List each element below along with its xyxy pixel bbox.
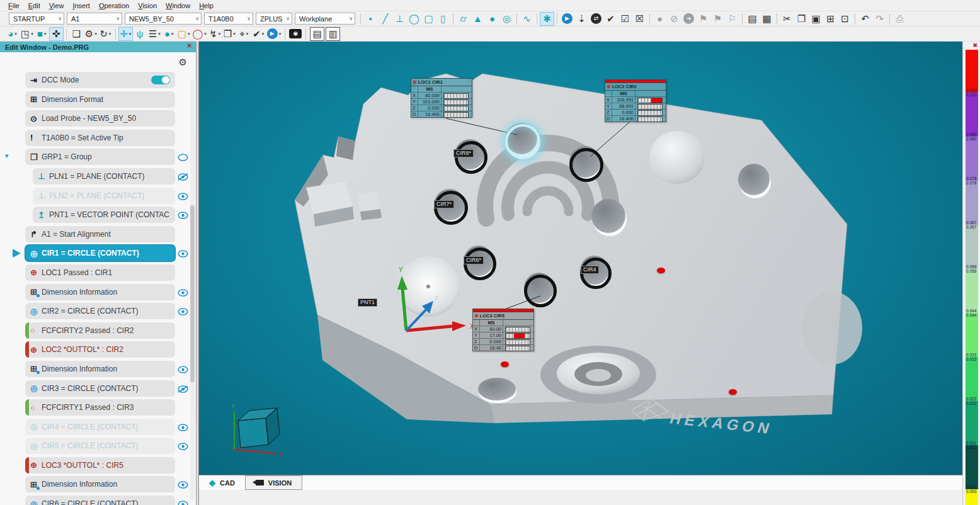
tree-item-pill[interactable]: ⊥PLN1 = PLANE (CONTACT) <box>33 168 175 184</box>
visibility-toggle[interactable] <box>178 153 189 161</box>
probe-file-select[interactable]: NEW5_BY_50∨ <box>125 13 202 25</box>
orientation-cube[interactable]: Y X <box>231 403 282 458</box>
dimension-label-loc3[interactable]: ⊕LOC3 CIR5MSX80.00Y17.00Z0.000D16.40 <box>472 309 534 351</box>
tree-item-set-active-tip[interactable]: !T1A0B0 = Set Active Tip <box>0 130 196 146</box>
tree-item-loc2[interactable]: ⊕LOC2 *OUTTOL* : CIR2 <box>0 341 196 358</box>
workplane-mode-select[interactable]: Workplane∨ <box>295 13 355 25</box>
cone-feature-icon[interactable]: ▲ <box>470 12 485 26</box>
sphere-feature[interactable] <box>649 131 705 184</box>
color-scale-close-button[interactable]: ✖ <box>972 42 977 48</box>
dcc-toggle[interactable] <box>151 76 170 84</box>
copy-icon[interactable]: ❐ <box>794 12 809 26</box>
tree-item-pnt1[interactable]: ↥PNT1 = VECTOR POINT (CONTAC <box>0 207 196 223</box>
tree-item-pill[interactable]: ◎CIR6 = CIRCLE (CONTACT) <box>25 496 175 505</box>
tree-item-pill[interactable]: ○FCFCIRTY2 Passed : CIR2 <box>25 322 175 339</box>
rotate-view-icon[interactable]: ↻▾ <box>98 27 113 41</box>
pattern-paste-icon[interactable]: ⊞ <box>823 12 838 26</box>
tree-item-dcc-mode[interactable]: ⇥DCC Mode <box>0 72 196 88</box>
edit-window-titlebar[interactable]: Edit Window - Demo.PRG ✕ <box>0 42 196 52</box>
report-form-icon[interactable]: ▤ <box>310 27 324 41</box>
tree-item-cir4[interactable]: ◎CIR4 = CIRCLE (CONTACT) <box>0 419 196 435</box>
feature-tag-cir8[interactable]: CIR8* <box>453 149 474 157</box>
round-slot-feature-icon[interactable]: ▢ <box>421 12 436 26</box>
sphere-feature-icon[interactable]: ● <box>485 12 499 26</box>
tree-item-pill[interactable]: ⇥DCC Mode <box>25 72 175 88</box>
continue-execution-icon[interactable]: ➜ <box>681 12 696 26</box>
redo-icon[interactable]: ↷ <box>872 12 887 26</box>
tree-item-dim-info-2[interactable]: ⊞Dimension Information <box>0 361 196 377</box>
tree-item-cir2[interactable]: ◎CIR2 = CIRCLE (CONTACT) <box>0 303 196 319</box>
feature-marker-cir2[interactable] <box>569 148 603 182</box>
wireframe-view-icon[interactable]: ◳▾ <box>20 27 35 41</box>
visibility-toggle[interactable] <box>178 192 189 200</box>
tree-item-pill[interactable]: ◎CIR1 = CIRCLE (CONTACT) <box>25 245 175 261</box>
point-feature-icon[interactable]: • <box>363 12 378 26</box>
chevron-down-icon[interactable]: ▾ <box>14 31 17 37</box>
mirror-copy-icon[interactable]: ❐▾ <box>222 27 237 41</box>
visibility-toggle[interactable] <box>178 500 189 505</box>
chevron-down-icon[interactable]: ▾ <box>233 31 236 37</box>
target-points-icon[interactable]: ⌖▾ <box>237 27 251 41</box>
cut-icon[interactable]: ✂ <box>780 12 794 26</box>
menu-item-window[interactable]: Window <box>161 2 195 9</box>
tree-item-dim-info-3[interactable]: ⊞Dimension Information <box>0 476 196 492</box>
tree-item-pill[interactable]: ○FCFCIRTY1 Passed : CIR3 <box>25 399 175 416</box>
bookmark-icon[interactable]: ⚑ <box>696 12 710 26</box>
tree-item-pill[interactable]: ◎CIR2 = CIRCLE (CONTACT) <box>25 303 175 319</box>
menu-item-help[interactable]: Help <box>195 2 218 9</box>
menu-item-edit[interactable]: Edit <box>24 2 45 9</box>
verify-program-icon[interactable]: ☑ <box>618 12 632 26</box>
tree-item-a1[interactable]: ↱A1 = Start Alignment <box>0 226 196 242</box>
mark-done-icon[interactable]: ✔ <box>603 12 618 26</box>
gdt-circle-icon[interactable]: ◯▾ <box>191 27 207 41</box>
panel-settings-gear-icon[interactable]: ⚙ <box>179 57 187 68</box>
gdt-slot-icon[interactable]: ▢▾ <box>176 27 191 41</box>
tree-item-fcfcirty2[interactable]: ○FCFCIRTY2 Passed : CIR2 <box>0 322 196 339</box>
visibility-toggle[interactable] <box>178 423 189 431</box>
visibility-toggle[interactable] <box>178 249 189 258</box>
tree-item-loc3[interactable]: ⊕LOC3 *OUTTOL* : CIR5 <box>0 457 196 474</box>
tree-item-cir3[interactable]: ◎CIR3 = CIRCLE (CONTACT) <box>0 380 196 397</box>
tree-item-grp1[interactable]: ▾❒GRP1 = Group <box>0 149 196 165</box>
feature-tag-pnt1[interactable]: PNT1 <box>358 298 377 307</box>
probe-toggle-icon[interactable]: ψ <box>133 27 147 41</box>
dimension-label-loc2[interactable]: ⊕LOC2 CIR2MSX108.991Y88.991Z0.000D16.400 <box>605 79 666 122</box>
chevron-down-icon[interactable]: ▾ <box>262 31 265 37</box>
pattern-setup-icon[interactable]: ⊡ <box>838 12 852 26</box>
view-orientation-icon[interactable]: ◕▾ <box>5 27 20 41</box>
chevron-down-icon[interactable]: ▾ <box>219 31 221 37</box>
mark-used-icon[interactable]: ✔▾ <box>251 27 266 41</box>
tree-item-cir5[interactable]: ◎CIR5 = CIRCLE (CONTACT) <box>0 438 196 454</box>
feature-marker-cir8[interactable] <box>455 141 487 174</box>
chevron-down-icon[interactable]: ▾ <box>129 31 132 37</box>
active-tip-select[interactable]: T1A0B0∨ <box>204 13 253 25</box>
tree-item-pill[interactable]: ↱A1 = Start Alignment <box>25 226 175 242</box>
tree-item-pill[interactable]: ❒GRP1 = Group <box>25 149 175 165</box>
report-window-icon[interactable]: ▦ <box>760 12 774 26</box>
lens-icon[interactable]: ●▾ <box>162 27 176 41</box>
paste-icon[interactable]: ▣ <box>809 12 823 26</box>
dimension-label-loc1[interactable]: ⊕LOC1 CIR1MSX80.000Y101.000Z0.000D16.400 <box>411 78 472 118</box>
tree-item-pill[interactable]: ⊞Dimension Format <box>25 91 175 108</box>
chevron-down-icon[interactable]: ▾ <box>109 31 111 37</box>
tree-item-dimension-format[interactable]: ⊞Dimension Format <box>0 91 196 108</box>
chevron-down-icon[interactable]: ▾ <box>171 31 174 37</box>
tree-item-pill[interactable]: !T1A0B0 = Set Active Tip <box>25 130 175 146</box>
tree-item-pill[interactable]: ⊞Dimension Information <box>25 361 175 377</box>
tree-item-pill[interactable]: ⊞Dimension Information <box>25 476 175 492</box>
selected-feature-cir1[interactable] <box>505 124 540 159</box>
tree-item-pill[interactable]: ⊙Load Probe - NEW5_BY_50 <box>25 110 175 127</box>
alignment-select[interactable]: STARTUP∨ <box>9 13 64 25</box>
visibility-toggle[interactable] <box>178 307 189 315</box>
torus-feature-icon[interactable]: ◎ <box>499 12 514 26</box>
feature-tag-cir4[interactable]: CIR4 <box>581 266 599 274</box>
tree-item-pill[interactable]: ⊕LOC2 *OUTTOL* : CIR2 <box>25 341 175 358</box>
axis-select[interactable]: A1∨ <box>67 13 122 25</box>
workplane-select[interactable]: ZPLUS∨ <box>256 13 292 25</box>
plane-feature-icon[interactable]: ⊥ <box>392 12 407 26</box>
chevron-down-icon[interactable]: ▾ <box>188 31 190 37</box>
tree-item-pill[interactable]: ◎CIR4 = CIRCLE (CONTACT) <box>25 419 175 435</box>
print-icon[interactable]: ⎙ <box>892 12 907 26</box>
clear-marks-icon[interactable]: ☒ <box>632 12 647 26</box>
mini-execute-icon[interactable]: ▶▾ <box>266 27 283 41</box>
